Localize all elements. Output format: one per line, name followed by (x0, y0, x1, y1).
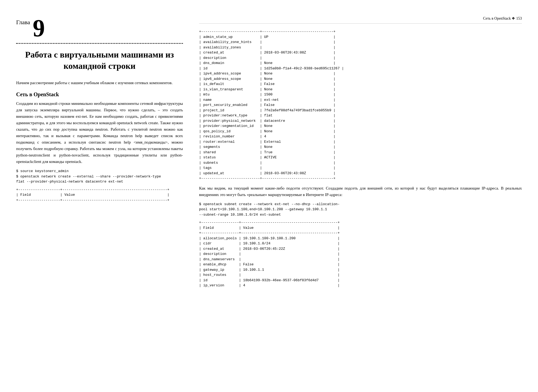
chapter-label: Глава (16, 16, 30, 26)
section1-text: Создадим из командной строки минимально … (16, 100, 183, 165)
chapter-number: 9 (33, 16, 45, 40)
chapter-header: Глава 9 (16, 16, 183, 40)
page: Глава 9 Работа с виртуальными машинами и… (0, 0, 538, 392)
code-block-1: $ source keystonerc_admin $ openstack ne… (16, 169, 183, 184)
section1-heading: Сеть в OpenStack (16, 91, 183, 98)
network-table: +----------------------------+----------… (199, 29, 522, 181)
right-column: Сеть в OpenStack ❖ 153 +----------------… (199, 16, 522, 376)
code-block-2: $ openstack subnet create --network ext-… (199, 202, 522, 218)
chapter-dots (16, 43, 183, 44)
table1-header: +--------------------+------------------… (16, 187, 183, 203)
intro-text: Начнем рассмотрение работы с нашим учебн… (16, 80, 183, 86)
subnet-table: +------------------+--------------------… (199, 220, 522, 288)
chapter-title: Работа с виртуальными машинами из команд… (16, 49, 183, 72)
page-header: Сеть в OpenStack ❖ 153 (199, 16, 522, 24)
left-column: Глава 9 Работа с виртуальными машинами и… (16, 16, 183, 376)
para1: Как мы видим, на текущий момент какие-ли… (199, 185, 522, 198)
